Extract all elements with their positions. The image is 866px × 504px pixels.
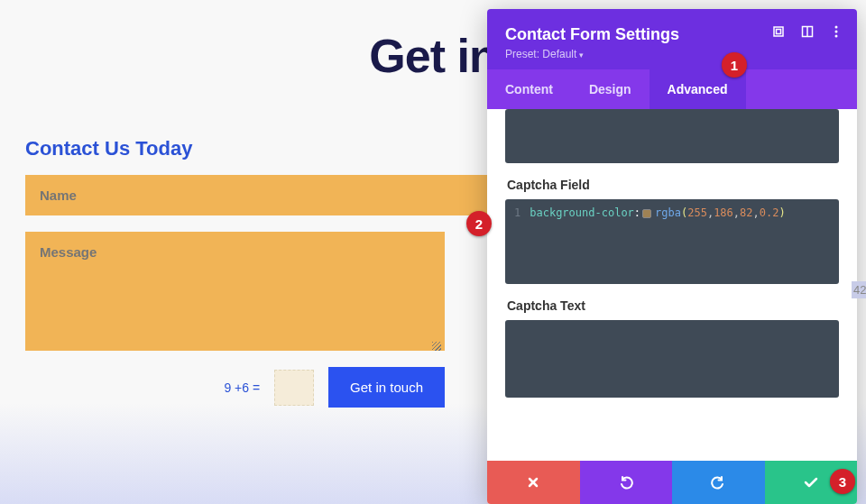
css-property: background-color [530,206,634,219]
svg-rect-1 [777,30,781,34]
captcha-math: 9 +6 = [224,380,260,395]
undo-button[interactable] [580,461,673,504]
annotation-badge-1: 1 [722,52,747,78]
settings-panel: Contact Form Settings Preset: Default Co… [487,9,857,504]
captcha-field-label: Captcha Field [507,178,839,192]
message-field[interactable] [25,232,445,351]
expand-icon[interactable] [772,25,785,38]
captcha-text-label: Captcha Text [507,298,839,313]
css-func: rgba [655,206,681,219]
captcha-input[interactable] [274,370,314,406]
code-box-prev[interactable] [505,109,839,163]
redo-button[interactable] [672,461,765,504]
captcha-text-code[interactable] [505,320,839,398]
annotation-badge-2: 2 [466,211,492,236]
tab-content[interactable]: Content [487,69,571,109]
preset-dropdown[interactable]: Preset: Default [505,48,839,60]
panel-header: Contact Form Settings Preset: Default [487,9,857,69]
svg-point-5 [835,31,838,33]
panel-footer [487,461,857,504]
comma3: , [753,206,760,219]
val2: 186 [714,206,733,219]
layout-icon[interactable] [801,25,814,38]
color-swatch-icon [642,209,651,218]
panel-body: Captcha Field 1background-color:rgba(255… [487,109,857,461]
svg-rect-0 [774,27,783,36]
val4: 0.2 [760,206,779,219]
annotation-badge-3: 3 [830,469,855,494]
tab-design[interactable]: Design [571,69,650,109]
css-colon: : [634,206,640,219]
submit-button[interactable]: Get in touch [328,367,445,408]
side-number: 42 [852,281,866,298]
close-paren: ) [778,206,785,219]
svg-point-4 [835,26,838,29]
resize-handle-icon[interactable] [432,342,441,351]
val1: 255 [687,206,707,219]
more-icon[interactable] [830,25,843,38]
cancel-button[interactable] [487,461,580,504]
captcha-field-code[interactable]: 1background-color:rgba(255,186,82,0.2) [505,199,839,284]
val3: 82 [740,206,752,219]
svg-point-6 [835,35,838,38]
panel-tabs: Content Design Advanced [487,69,857,109]
line-number: 1 [514,206,521,219]
comma2: , [733,206,740,219]
